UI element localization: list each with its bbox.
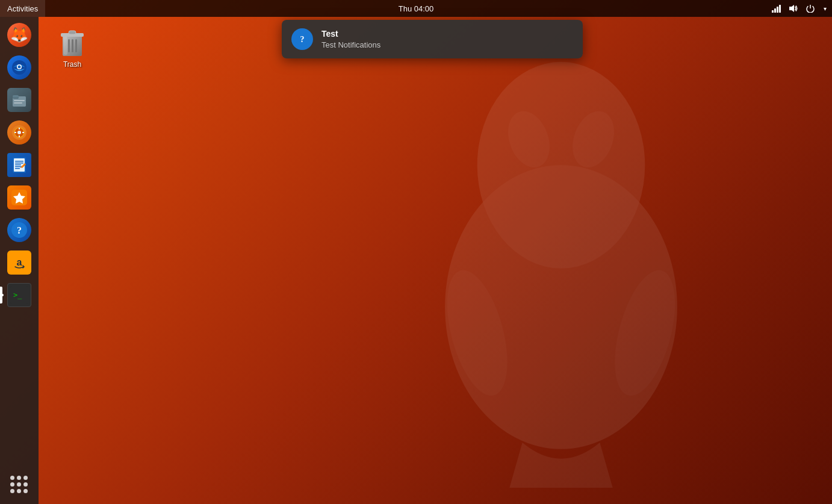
desktop-icons-area: Trash: [48, 24, 96, 71]
svg-rect-47: [75, 39, 77, 52]
svg-rect-46: [72, 39, 73, 52]
grid-dot: [10, 482, 14, 487]
sidebar-item-terminal[interactable]: >_: [5, 281, 34, 310]
svg-point-22: [17, 131, 21, 134]
svg-rect-33: [15, 168, 20, 169]
grid-dot: [17, 482, 21, 487]
notification-app-icon: ?: [291, 28, 313, 50]
topbar: Activities Thu 04:00: [0, 0, 832, 17]
notification-content: Test Test Notifications: [321, 29, 573, 49]
sidebar-item-amazon[interactable]: a: [5, 248, 34, 277]
svg-rect-8: [777, 7, 778, 13]
trash-label: Trash: [63, 60, 81, 69]
network-icon[interactable]: [769, 0, 784, 17]
svg-rect-6: [772, 10, 774, 13]
grid-dot: [10, 476, 14, 480]
system-menu-arrow[interactable]: ▾: [820, 0, 830, 17]
activities-button[interactable]: Activities: [0, 0, 45, 17]
notification-body: Test Notifications: [321, 40, 573, 49]
power-icon[interactable]: [803, 0, 818, 17]
svg-rect-44: [69, 31, 76, 34]
sidebar-item-system-monitor[interactable]: [5, 118, 34, 147]
svg-rect-45: [68, 39, 70, 52]
svg-rect-9: [779, 5, 781, 13]
show-apps-button[interactable]: [5, 470, 34, 499]
svg-text:a: a: [17, 257, 22, 267]
svg-rect-17: [13, 95, 19, 98]
notification-popup[interactable]: ? Test Test Notifications: [282, 20, 583, 58]
firefox-icon: [7, 23, 31, 47]
svg-marker-10: [789, 5, 794, 12]
writer-icon: [7, 153, 31, 177]
amazon-icon: a: [7, 250, 31, 275]
grid-dot: [17, 476, 21, 480]
system-monitor-icon: [7, 120, 31, 145]
grid-dot: [10, 489, 14, 493]
sidebar-item-thunderbird[interactable]: [5, 53, 34, 82]
svg-rect-48: [64, 37, 67, 55]
svg-rect-19: [14, 102, 22, 104]
trash-desktop-icon[interactable]: Trash: [48, 24, 96, 71]
svg-text:>_: >_: [13, 291, 22, 299]
topbar-right-icons: ▾: [769, 0, 832, 17]
volume-icon[interactable]: [786, 0, 801, 17]
sidebar: ? a >_: [0, 17, 39, 504]
svg-rect-31: [15, 164, 21, 166]
sidebar-item-software-center[interactable]: [5, 183, 34, 212]
svg-rect-32: [15, 166, 22, 167]
svg-rect-7: [774, 8, 776, 13]
svg-text:?: ?: [300, 35, 305, 44]
sidebar-item-firefox[interactable]: [5, 20, 34, 49]
sidebar-item-help[interactable]: ?: [5, 216, 34, 244]
svg-rect-30: [15, 163, 23, 164]
grid-dot: [23, 489, 28, 493]
notification-title: Test: [321, 29, 573, 39]
files-icon: [7, 88, 31, 112]
sidebar-item-files[interactable]: [5, 86, 34, 114]
svg-rect-29: [15, 161, 23, 162]
terminal-icon: >_: [7, 283, 31, 307]
desktop-background: [0, 0, 832, 504]
sidebar-item-writer[interactable]: [5, 151, 34, 179]
thunderbird-icon: [7, 55, 31, 79]
show-apps-grid-icon: [10, 476, 28, 494]
grid-dot: [23, 482, 28, 487]
svg-text:?: ?: [17, 225, 22, 235]
grid-dot: [23, 476, 28, 480]
clock: Thu 04:00: [399, 4, 434, 13]
svg-point-13: [18, 66, 21, 69]
software-center-icon: [7, 185, 31, 210]
trash-icon-image: [58, 26, 87, 58]
grid-dot: [17, 489, 21, 493]
svg-rect-18: [14, 100, 25, 101]
help-icon: ?: [7, 218, 31, 242]
